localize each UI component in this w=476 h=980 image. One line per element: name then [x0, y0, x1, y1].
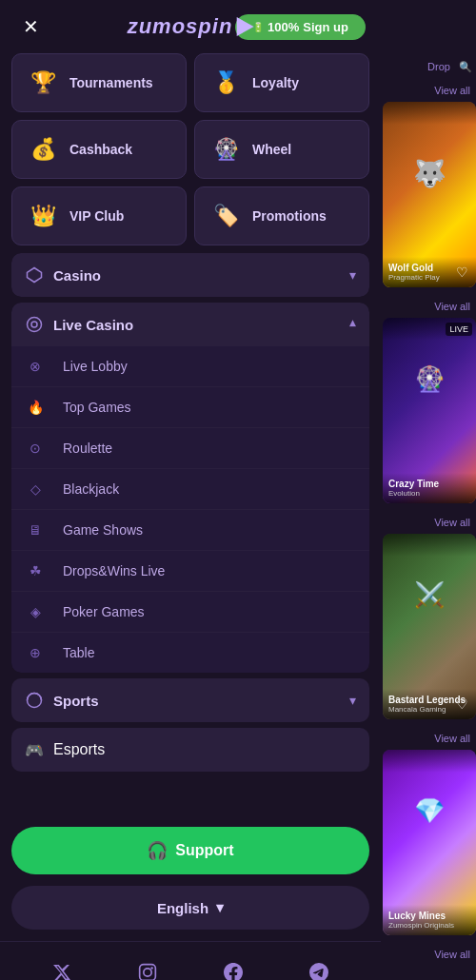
sports-label: Sports [53, 693, 99, 709]
tournaments-label: Tournaments [69, 75, 153, 90]
battery-icon: 🔋 [252, 22, 264, 32]
cashback-card[interactable]: 💰 Cashback [11, 120, 187, 179]
logo-arrow-icon [236, 17, 253, 36]
poker-icon: ◈ [27, 603, 44, 620]
support-label: Support [175, 842, 233, 859]
view-all-3[interactable]: View all [383, 511, 476, 534]
thumb-overlay [383, 102, 476, 125]
crazy-time-thumb[interactable]: LIVE 🎡 Crazy Time Evolution [383, 318, 476, 503]
table-item[interactable]: ⊕ Table [11, 632, 369, 673]
crazy-time-info: Crazy Time Evolution [383, 473, 476, 503]
game-shows-label: Game Shows [63, 522, 143, 538]
casino-header[interactable]: Casino ▾ [11, 253, 369, 297]
lucky-mines-title: Lucky Mines [388, 911, 470, 921]
svg-point-1 [28, 318, 42, 332]
view-all-5[interactable]: View all [383, 943, 476, 966]
esports-icon: 🎮 [25, 740, 44, 759]
logo-text: zumospin [128, 14, 233, 39]
live-casino-section: Live Casino ▾ ⊗ Live Lobby 🔥 Top Games ⊙ [11, 303, 369, 673]
search-icon[interactable]: 🔍 [459, 61, 472, 72]
cards-grid: 🏆 Tournaments 🥇 Loyalty 💰 Cashback 🎡 Whe… [0, 53, 381, 253]
bastard-favorite-icon[interactable]: ♡ [456, 696, 468, 712]
cashback-icon: 💰 [26, 132, 60, 167]
facebook-icon[interactable] [216, 955, 250, 980]
language-button[interactable]: English ▾ [11, 886, 369, 930]
crazy-time-title: Crazy Time [388, 479, 470, 489]
casino-left: Casino [25, 265, 101, 284]
blackjack-icon: ◇ [27, 480, 44, 498]
casino-section: Casino ▾ [11, 253, 369, 297]
live-casino-chevron-icon: ▾ [349, 317, 356, 332]
roulette-icon: ⊙ [27, 440, 44, 457]
spacer [0, 777, 381, 815]
sports-icon [25, 691, 44, 710]
loyalty-card[interactable]: 🥇 Loyalty [194, 53, 369, 112]
twitter-icon[interactable] [45, 955, 79, 980]
table-icon: ⊕ [27, 644, 44, 661]
tournaments-icon: 🏆 [26, 66, 60, 100]
live-casino-icon [25, 315, 44, 334]
drops-wins-icon: ☘ [27, 562, 44, 579]
view-all-4[interactable]: View all [383, 727, 476, 750]
header: ✕ zumospin 🔋 100% Sign up [0, 0, 381, 53]
roulette-item[interactable]: ⊙ Roulette [11, 427, 369, 468]
vip-club-card[interactable]: 👑 VIP Club [11, 186, 187, 245]
language-label: English [157, 900, 208, 916]
lucky-mines-thumb[interactable]: 💎 Lucky Mines Zumospin Originals [383, 750, 476, 935]
bastard-legends-thumb[interactable]: ⚔️ Bastard Legends Mancala Gaming ♡ [383, 534, 476, 719]
casino-icon [25, 265, 44, 284]
game-thumbnails-panel: Drop 🔍 View all 🐺 Wolf Gold Pragmatic Pl… [383, 53, 476, 980]
sign-up-button[interactable]: 🔋 100% Sign up [235, 14, 366, 40]
wheel-card[interactable]: 🎡 Wheel [194, 120, 369, 179]
logo: zumospin [128, 14, 254, 39]
drops-wins-item[interactable]: ☘ Drops&Wins Live [11, 550, 369, 591]
lucky-mines-overlay [383, 750, 476, 773]
top-games-label: Top Games [63, 400, 131, 415]
view-all-2[interactable]: View all [383, 295, 476, 318]
game-shows-icon: 🖥 [27, 521, 44, 539]
nav-menu: Casino ▾ Live Casino [0, 253, 381, 772]
poker-games-item[interactable]: ◈ Poker Games [11, 591, 369, 632]
wolf-gold-thumb[interactable]: 🐺 Wolf Gold Pragmatic Play ♡ [383, 102, 476, 287]
bastard-overlay [383, 534, 476, 557]
svg-marker-0 [28, 268, 42, 283]
esports-section[interactable]: 🎮 Esports [11, 728, 369, 772]
wheel-label: Wheel [252, 142, 291, 157]
sign-up-label: Sign up [303, 20, 348, 34]
sports-chevron-icon: ▾ [349, 693, 356, 708]
support-button[interactable]: 🎧 Support [11, 827, 369, 874]
vip-icon: 👑 [26, 199, 60, 233]
vip-label: VIP Club [69, 208, 124, 224]
wolf-gold-favorite-icon[interactable]: ♡ [456, 265, 468, 280]
svg-rect-4 [140, 965, 156, 980]
telegram-icon[interactable] [302, 955, 336, 980]
game-shows-item[interactable]: 🖥 Game Shows [11, 509, 369, 550]
sports-section[interactable]: Sports ▾ [11, 678, 369, 722]
table-label: Table [63, 645, 94, 660]
drops-wins-label: Drops&Wins Live [63, 563, 165, 578]
live-lobby-label: Live Lobby [63, 359, 128, 374]
top-games-icon: 🔥 [27, 399, 44, 416]
crazy-time-badge: LIVE [446, 323, 472, 336]
instagram-icon[interactable] [130, 955, 165, 980]
casino-chevron-icon: ▾ [349, 267, 356, 283]
wheel-icon: 🎡 [208, 132, 243, 167]
close-button[interactable]: ✕ [15, 11, 46, 42]
promotions-icon: 🏷️ [208, 199, 243, 233]
view-all-1[interactable]: View all [383, 81, 476, 102]
live-lobby-item[interactable]: ⊗ Live Lobby [11, 346, 369, 386]
esports-label: Esports [53, 741, 105, 758]
promotions-card[interactable]: 🏷️ Promotions [194, 186, 369, 245]
blackjack-label: Blackjack [63, 481, 119, 497]
language-chevron-icon: ▾ [216, 899, 224, 916]
top-games-item[interactable]: 🔥 Top Games [11, 386, 369, 427]
lucky-mines-info: Lucky Mines Zumospin Originals [383, 905, 476, 935]
tournaments-card[interactable]: 🏆 Tournaments [11, 53, 187, 112]
live-casino-header[interactable]: Live Casino ▾ [11, 303, 369, 346]
sports-left: Sports [25, 691, 99, 710]
live-casino-label: Live Casino [53, 317, 133, 333]
drop-label: Drop 🔍 [383, 53, 476, 81]
blackjack-item[interactable]: ◇ Blackjack [11, 468, 369, 509]
live-casino-sub-items: ⊗ Live Lobby 🔥 Top Games ⊙ Roulette ◇ Bl… [11, 346, 369, 673]
headphone-icon: 🎧 [147, 840, 168, 861]
